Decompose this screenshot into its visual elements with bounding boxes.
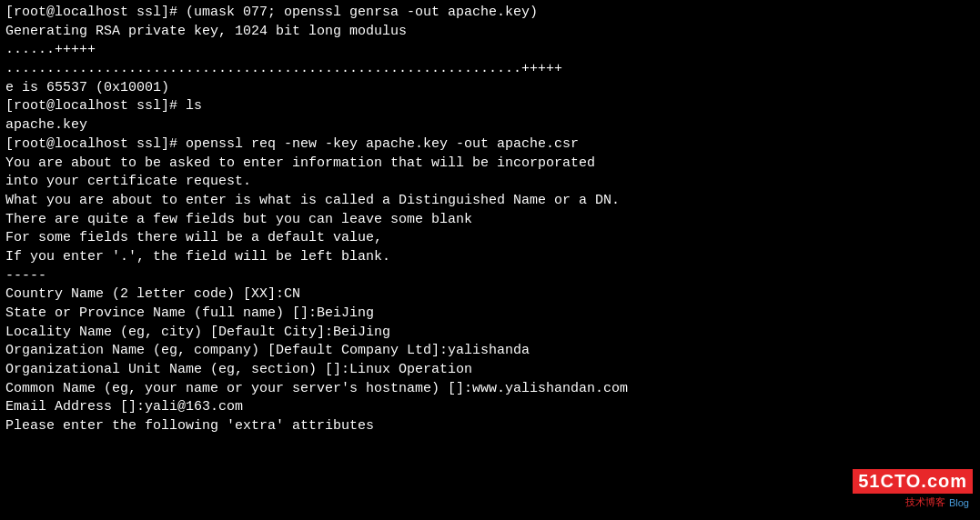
watermark-blog: Blog [949, 497, 969, 508]
watermark-subtitle-text: 技术博客 [905, 495, 945, 509]
terminal-line: What you are about to enter is what is c… [5, 192, 975, 211]
terminal-line: Common Name (eg, your name or your serve… [5, 380, 975, 399]
terminal-line: If you enter '.', the field will be left… [5, 248, 975, 267]
terminal-line: ----- [5, 267, 975, 286]
terminal-line: ........................................… [5, 60, 975, 79]
terminal-line: For some fields there will be a default … [5, 229, 975, 248]
terminal-line: [root@localhost ssl]# openssl req -new -… [5, 135, 975, 155]
terminal-line: Organizational Unit Name (eg, section) [… [5, 361, 975, 380]
terminal-line: State or Province Name (full name) []:Be… [5, 305, 975, 324]
terminal-line: Generating RSA private key, 1024 bit lon… [5, 23, 975, 42]
terminal-line: Please enter the following 'extra' attri… [5, 417, 975, 436]
terminal-line: Locality Name (eg, city) [Default City]:… [5, 324, 975, 343]
terminal-line: There are quite a few fields but you can… [5, 211, 975, 230]
watermark-brand: 51CTO.com [853, 469, 973, 494]
terminal-line: into your certificate request. [5, 173, 975, 192]
terminal-line: [root@localhost ssl]# (umask 077; openss… [5, 4, 975, 23]
watermark-subtitle: 技术博客 Blog [902, 494, 973, 511]
terminal-line: Country Name (2 letter code) [XX]:CN [5, 285, 975, 305]
terminal-line: e is 65537 (0x10001) [5, 79, 975, 98]
terminal-window: [root@localhost ssl]# (umask 077; openss… [0, 0, 980, 520]
terminal-line: Organization Name (eg, company) [Default… [5, 342, 975, 361]
terminal-output: [root@localhost ssl]# (umask 077; openss… [5, 4, 975, 436]
terminal-line: You are about to be asked to enter infor… [5, 155, 975, 174]
watermark: 51CTO.com 技术博客 Blog [853, 469, 973, 511]
terminal-line: Email Address []:yali@163.com [5, 398, 975, 417]
terminal-line: apache.key [5, 116, 975, 135]
terminal-line: ......+++++ [5, 41, 975, 60]
terminal-line: [root@localhost ssl]# ls [5, 97, 975, 116]
